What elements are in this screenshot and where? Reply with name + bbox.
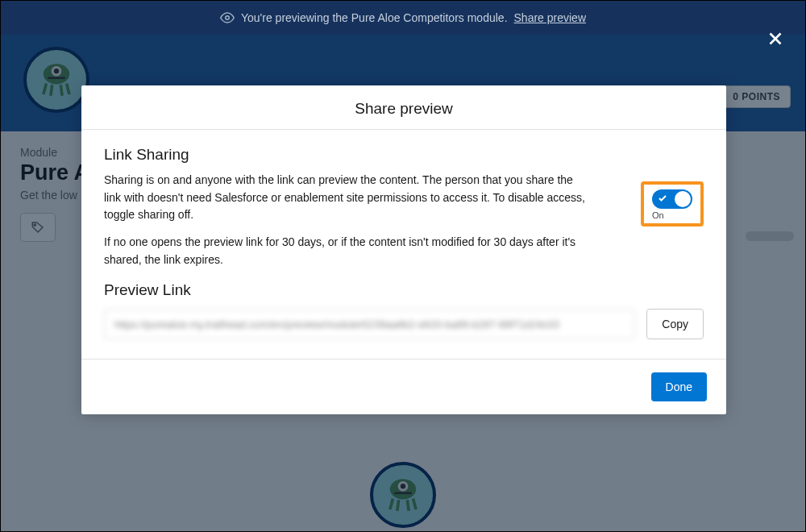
toggle-knob — [675, 191, 691, 207]
preview-banner: You're previewing the Pure Aloe Competit… — [1, 1, 805, 35]
banner-text: You're previewing the Pure Aloe Competit… — [241, 11, 508, 24]
link-sharing-desc-2: If no one opens the preview link for 30 … — [104, 234, 592, 268]
share-preview-modal: Share preview Link Sharing Sharing is on… — [81, 85, 726, 414]
modal-header: Share preview — [81, 85, 726, 130]
svg-point-0 — [226, 16, 230, 20]
toggle-highlight: On — [641, 181, 704, 227]
modal-footer: Done — [81, 359, 726, 414]
eye-icon — [220, 10, 235, 25]
link-sharing-desc-1: Sharing is on and anyone with the link c… — [104, 172, 592, 224]
done-button[interactable]: Done — [651, 372, 707, 401]
sharing-toggle[interactable] — [652, 189, 692, 209]
preview-link-input[interactable]: https://purealoe.my.trailhead.com/en/pre… — [104, 309, 635, 339]
close-icon — [765, 28, 786, 49]
close-button[interactable] — [765, 28, 786, 52]
copy-button[interactable]: Copy — [646, 309, 704, 339]
check-icon — [658, 192, 667, 206]
link-sharing-heading: Link Sharing — [104, 146, 592, 164]
share-preview-link[interactable]: Share preview — [514, 11, 587, 24]
preview-link-heading: Preview Link — [104, 281, 704, 299]
toggle-label: On — [652, 210, 692, 220]
modal-title: Share preview — [81, 100, 726, 118]
